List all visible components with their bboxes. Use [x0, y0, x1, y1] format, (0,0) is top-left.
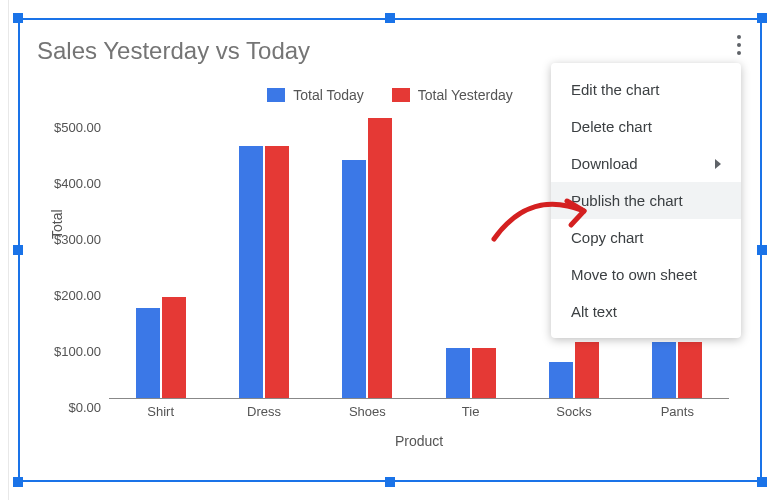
- resize-handle-tr[interactable]: [757, 13, 767, 23]
- resize-handle-bm[interactable]: [385, 477, 395, 487]
- chevron-right-icon: [715, 159, 721, 169]
- menu-item-edit-the-chart[interactable]: Edit the chart: [551, 71, 741, 108]
- x-tick-label: Shoes: [349, 404, 386, 419]
- menu-item-move-to-own-sheet[interactable]: Move to own sheet: [551, 256, 741, 293]
- bar-total-today-socks: [549, 362, 573, 398]
- menu-item-label: Move to own sheet: [571, 266, 697, 283]
- menu-item-copy-chart[interactable]: Copy chart: [551, 219, 741, 256]
- y-tick-label: $500.00: [54, 120, 109, 135]
- bar-total-today-dress: [239, 146, 263, 398]
- y-tick-label: $0.00: [68, 400, 109, 415]
- bar-total-today-shirt: [136, 308, 160, 398]
- x-tick-label: Tie: [462, 404, 480, 419]
- resize-handle-tl[interactable]: [13, 13, 23, 23]
- bar-total-yesterday-tie: [472, 348, 496, 398]
- menu-item-alt-text[interactable]: Alt text: [551, 293, 741, 330]
- legend-label-yesterday: Total Yesterday: [418, 87, 513, 103]
- x-tick-label: Socks: [556, 404, 591, 419]
- menu-item-delete-chart[interactable]: Delete chart: [551, 108, 741, 145]
- bar-total-yesterday-pants: [678, 342, 702, 398]
- x-tick-label: Dress: [247, 404, 281, 419]
- bar-total-today-shoes: [342, 160, 366, 398]
- legend-swatch-yesterday: [392, 88, 410, 102]
- y-tick-label: $300.00: [54, 232, 109, 247]
- chart-menu-button[interactable]: [727, 33, 751, 57]
- menu-item-label: Alt text: [571, 303, 617, 320]
- menu-item-label: Copy chart: [571, 229, 644, 246]
- bar-total-today-tie: [446, 348, 470, 398]
- resize-handle-bl[interactable]: [13, 477, 23, 487]
- y-tick-label: $400.00: [54, 176, 109, 191]
- menu-item-label: Download: [571, 155, 638, 172]
- resize-handle-ml[interactable]: [13, 245, 23, 255]
- chart-title: Sales Yesterday vs Today: [37, 37, 310, 65]
- chart-context-menu: Edit the chartDelete chartDownloadPublis…: [551, 63, 741, 338]
- x-tick-label: Pants: [661, 404, 694, 419]
- menu-item-label: Edit the chart: [571, 81, 659, 98]
- bar-total-yesterday-shoes: [368, 118, 392, 398]
- legend-label-today: Total Today: [293, 87, 364, 103]
- bar-total-yesterday-dress: [265, 146, 289, 398]
- resize-handle-br[interactable]: [757, 477, 767, 487]
- legend-item-today: Total Today: [267, 87, 364, 103]
- bar-total-yesterday-socks: [575, 342, 599, 398]
- x-axis-title: Product: [395, 433, 443, 449]
- legend-swatch-today: [267, 88, 285, 102]
- chart-container[interactable]: Sales Yesterday vs Today Total Today Tot…: [18, 18, 762, 482]
- legend-item-yesterday: Total Yesterday: [392, 87, 513, 103]
- resize-handle-mr[interactable]: [757, 245, 767, 255]
- menu-item-publish-the-chart[interactable]: Publish the chart: [551, 182, 741, 219]
- x-tick-label: Shirt: [147, 404, 174, 419]
- menu-item-label: Publish the chart: [571, 192, 683, 209]
- menu-item-label: Delete chart: [571, 118, 652, 135]
- y-tick-label: $200.00: [54, 288, 109, 303]
- resize-handle-tm[interactable]: [385, 13, 395, 23]
- menu-item-download[interactable]: Download: [551, 145, 741, 182]
- x-axis-baseline: [109, 398, 729, 399]
- y-tick-label: $100.00: [54, 344, 109, 359]
- bar-total-today-pants: [652, 342, 676, 398]
- bar-total-yesterday-shirt: [162, 297, 186, 398]
